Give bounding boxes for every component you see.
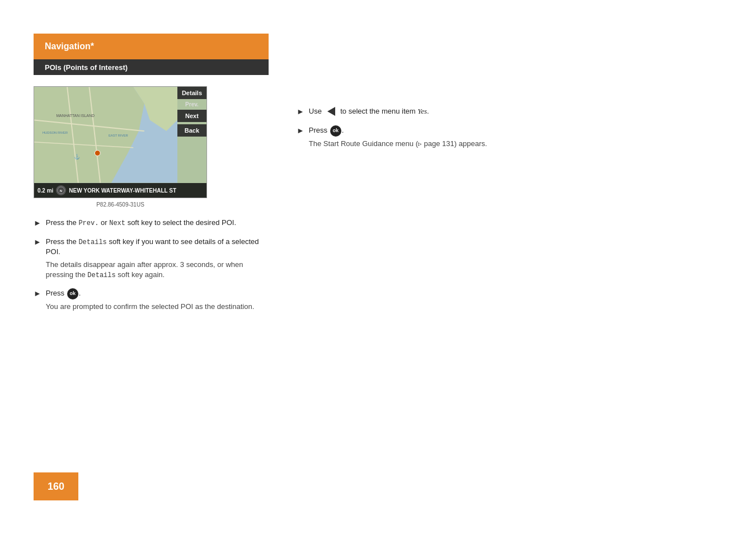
header-banner: Navigation* xyxy=(34,34,269,59)
page: Navigation* POIs (Points of Interest) xyxy=(0,0,756,534)
instruction-right-2-text: Press ok. The Start Route Guidance menu … xyxy=(309,125,532,149)
svg-text:MANHATTAN ISLAND: MANHATTAN ISLAND xyxy=(56,114,95,118)
map-street-name: NEW YORK WATERWAY-WHITEHALL ST xyxy=(69,188,203,194)
use-label: Use xyxy=(309,106,324,116)
section-subtitle: POIs (Points of Interest) xyxy=(45,63,128,72)
instruction-right-1: ► Use to select the menu item Yes. xyxy=(297,106,532,118)
bullet-arrow-3: ► xyxy=(34,288,41,299)
map-distance: 0.2 mi xyxy=(37,188,53,194)
page-number-box: 160 xyxy=(34,472,78,500)
ok-badge-right: ok xyxy=(330,125,341,137)
sub-header: POIs (Points of Interest) xyxy=(34,59,269,75)
instruction-left-2-text: Press the Details soft key if you want t… xyxy=(46,237,269,280)
svg-text:HUDSON RIVER: HUDSON RIVER xyxy=(43,131,68,134)
instruction-left-3-sub: You are prompted to confirm the selected… xyxy=(46,302,269,312)
right-column: ► Use to select the menu item Yes. ► Pre… xyxy=(297,106,532,157)
compass-icon: N xyxy=(56,185,66,195)
instruction-right-1-text: Use to select the menu item Yes. xyxy=(309,106,532,116)
svg-text:N: N xyxy=(60,189,62,193)
svg-point-10 xyxy=(95,151,100,156)
page-number: 160 xyxy=(48,481,64,493)
bullet-arrow-r2: ► xyxy=(297,125,304,137)
map-image: MANHATTAN ISLAND HUDSON RIVER EAST RIVER… xyxy=(34,86,207,198)
ok-badge-left: ok xyxy=(67,288,78,299)
bullet-arrow-r1: ► xyxy=(297,106,304,118)
left-column: Navigation* POIs (Points of Interest) xyxy=(34,34,269,320)
map-softkeys: Details Prev. Next Back xyxy=(177,87,206,137)
instruction-left-2-sub: The details disappear again after approx… xyxy=(46,260,269,280)
code-next: Next xyxy=(109,219,125,227)
svg-text:⚓: ⚓ xyxy=(74,153,81,160)
instruction-left-2: ► Press the Details soft key if you want… xyxy=(34,237,269,280)
instructions-list-right: ► Use to select the menu item Yes. ► Pre… xyxy=(297,106,532,149)
map-details-btn[interactable]: Details xyxy=(177,87,206,99)
page-title: Navigation* xyxy=(45,41,94,51)
select-menu-text: to select the menu item Yes. xyxy=(339,106,429,116)
instruction-left-1: ► Press the Prev. or Next soft key to se… xyxy=(34,218,269,229)
bullet-arrow-2: ► xyxy=(34,237,41,248)
instruction-right-2: ► Press ok. The Start Route Guidance men… xyxy=(297,125,532,149)
code-details: Details xyxy=(78,238,106,246)
instruction-right-2-sub: The Start Route Guidance menu (▹ page 13… xyxy=(309,139,532,149)
svg-text:EAST RIVER: EAST RIVER xyxy=(109,134,128,137)
left-arrow-icon xyxy=(327,107,335,116)
map-prev-label: Prev. xyxy=(177,100,206,109)
map-next-btn[interactable]: Next xyxy=(177,110,206,122)
figure-caption: P82.86-4509-31US xyxy=(34,202,207,208)
instruction-left-3-text: Press ok. You are prompted to confirm th… xyxy=(46,288,269,312)
code-prev: Prev. xyxy=(78,219,98,227)
map-terrain: MANHATTAN ISLAND HUDSON RIVER EAST RIVER… xyxy=(34,87,177,183)
instruction-left-3: ► Press ok. You are prompted to confirm … xyxy=(34,288,269,312)
code-details-2: Details xyxy=(87,271,115,279)
instruction-left-1-text: Press the Prev. or Next soft key to sele… xyxy=(46,218,269,228)
yes-text: Yes xyxy=(417,107,427,115)
instructions-list-left: ► Press the Prev. or Next soft key to se… xyxy=(34,218,269,312)
bullet-arrow-1: ► xyxy=(34,218,41,229)
map-back-btn[interactable]: Back xyxy=(177,124,206,137)
map-bottom-bar: 0.2 mi N NEW YORK WATERWAY-WHITEHALL ST xyxy=(34,183,206,198)
